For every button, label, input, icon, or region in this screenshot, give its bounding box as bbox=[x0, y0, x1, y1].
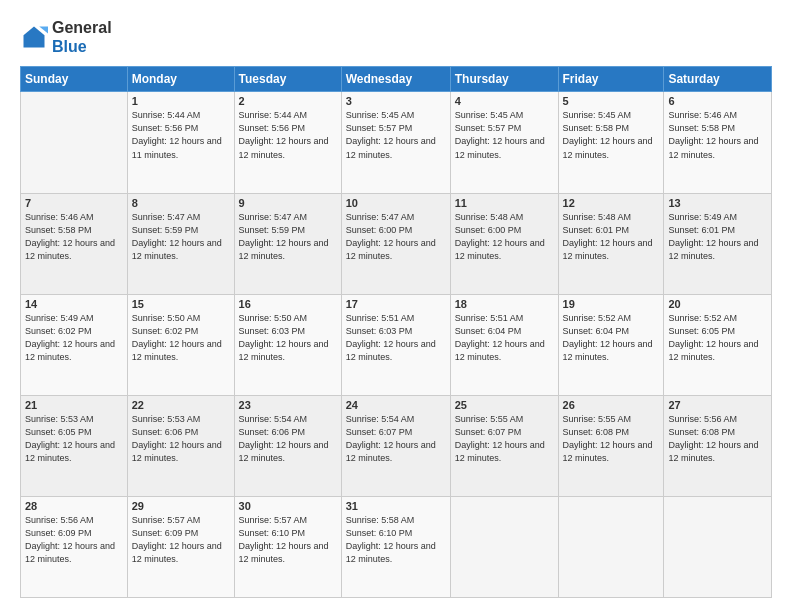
day-info: Sunrise: 5:54 AMSunset: 6:07 PMDaylight:… bbox=[346, 413, 446, 465]
calendar-cell: 18Sunrise: 5:51 AMSunset: 6:04 PMDayligh… bbox=[450, 294, 558, 395]
calendar-cell: 24Sunrise: 5:54 AMSunset: 6:07 PMDayligh… bbox=[341, 395, 450, 496]
day-number: 12 bbox=[563, 197, 660, 209]
calendar-cell: 26Sunrise: 5:55 AMSunset: 6:08 PMDayligh… bbox=[558, 395, 664, 496]
day-info: Sunrise: 5:49 AMSunset: 6:02 PMDaylight:… bbox=[25, 312, 123, 364]
calendar-cell: 15Sunrise: 5:50 AMSunset: 6:02 PMDayligh… bbox=[127, 294, 234, 395]
calendar-cell: 19Sunrise: 5:52 AMSunset: 6:04 PMDayligh… bbox=[558, 294, 664, 395]
calendar-cell: 22Sunrise: 5:53 AMSunset: 6:06 PMDayligh… bbox=[127, 395, 234, 496]
day-number: 4 bbox=[455, 95, 554, 107]
day-number: 18 bbox=[455, 298, 554, 310]
calendar-cell: 9Sunrise: 5:47 AMSunset: 5:59 PMDaylight… bbox=[234, 193, 341, 294]
day-info: Sunrise: 5:57 AMSunset: 6:09 PMDaylight:… bbox=[132, 514, 230, 566]
page: General Blue SundayMondayTuesdayWednesda… bbox=[0, 0, 792, 612]
header-cell-wednesday: Wednesday bbox=[341, 67, 450, 92]
day-number: 10 bbox=[346, 197, 446, 209]
calendar-cell bbox=[558, 496, 664, 597]
day-info: Sunrise: 5:55 AMSunset: 6:07 PMDaylight:… bbox=[455, 413, 554, 465]
day-info: Sunrise: 5:45 AMSunset: 5:58 PMDaylight:… bbox=[563, 109, 660, 161]
header-cell-monday: Monday bbox=[127, 67, 234, 92]
day-number: 7 bbox=[25, 197, 123, 209]
day-number: 31 bbox=[346, 500, 446, 512]
calendar-cell: 28Sunrise: 5:56 AMSunset: 6:09 PMDayligh… bbox=[21, 496, 128, 597]
day-number: 27 bbox=[668, 399, 767, 411]
calendar-cell: 6Sunrise: 5:46 AMSunset: 5:58 PMDaylight… bbox=[664, 92, 772, 193]
week-row-1: 7Sunrise: 5:46 AMSunset: 5:58 PMDaylight… bbox=[21, 193, 772, 294]
logo-text: General Blue bbox=[52, 18, 112, 56]
week-row-4: 28Sunrise: 5:56 AMSunset: 6:09 PMDayligh… bbox=[21, 496, 772, 597]
calendar-cell bbox=[21, 92, 128, 193]
day-info: Sunrise: 5:48 AMSunset: 6:00 PMDaylight:… bbox=[455, 211, 554, 263]
day-number: 23 bbox=[239, 399, 337, 411]
calendar-cell: 14Sunrise: 5:49 AMSunset: 6:02 PMDayligh… bbox=[21, 294, 128, 395]
calendar-header-row: SundayMondayTuesdayWednesdayThursdayFrid… bbox=[21, 67, 772, 92]
day-number: 24 bbox=[346, 399, 446, 411]
calendar-cell: 1Sunrise: 5:44 AMSunset: 5:56 PMDaylight… bbox=[127, 92, 234, 193]
day-number: 22 bbox=[132, 399, 230, 411]
header-cell-sunday: Sunday bbox=[21, 67, 128, 92]
day-info: Sunrise: 5:46 AMSunset: 5:58 PMDaylight:… bbox=[668, 109, 767, 161]
calendar-cell: 11Sunrise: 5:48 AMSunset: 6:00 PMDayligh… bbox=[450, 193, 558, 294]
calendar-cell: 4Sunrise: 5:45 AMSunset: 5:57 PMDaylight… bbox=[450, 92, 558, 193]
day-number: 16 bbox=[239, 298, 337, 310]
day-info: Sunrise: 5:52 AMSunset: 6:05 PMDaylight:… bbox=[668, 312, 767, 364]
header-cell-thursday: Thursday bbox=[450, 67, 558, 92]
day-info: Sunrise: 5:57 AMSunset: 6:10 PMDaylight:… bbox=[239, 514, 337, 566]
day-info: Sunrise: 5:58 AMSunset: 6:10 PMDaylight:… bbox=[346, 514, 446, 566]
calendar-cell: 2Sunrise: 5:44 AMSunset: 5:56 PMDaylight… bbox=[234, 92, 341, 193]
week-row-3: 21Sunrise: 5:53 AMSunset: 6:05 PMDayligh… bbox=[21, 395, 772, 496]
day-number: 2 bbox=[239, 95, 337, 107]
day-info: Sunrise: 5:48 AMSunset: 6:01 PMDaylight:… bbox=[563, 211, 660, 263]
day-info: Sunrise: 5:54 AMSunset: 6:06 PMDaylight:… bbox=[239, 413, 337, 465]
day-info: Sunrise: 5:55 AMSunset: 6:08 PMDaylight:… bbox=[563, 413, 660, 465]
calendar-cell: 7Sunrise: 5:46 AMSunset: 5:58 PMDaylight… bbox=[21, 193, 128, 294]
day-number: 21 bbox=[25, 399, 123, 411]
day-info: Sunrise: 5:53 AMSunset: 6:05 PMDaylight:… bbox=[25, 413, 123, 465]
week-row-2: 14Sunrise: 5:49 AMSunset: 6:02 PMDayligh… bbox=[21, 294, 772, 395]
day-info: Sunrise: 5:49 AMSunset: 6:01 PMDaylight:… bbox=[668, 211, 767, 263]
day-info: Sunrise: 5:47 AMSunset: 5:59 PMDaylight:… bbox=[239, 211, 337, 263]
day-info: Sunrise: 5:45 AMSunset: 5:57 PMDaylight:… bbox=[455, 109, 554, 161]
day-number: 11 bbox=[455, 197, 554, 209]
day-number: 19 bbox=[563, 298, 660, 310]
day-info: Sunrise: 5:52 AMSunset: 6:04 PMDaylight:… bbox=[563, 312, 660, 364]
calendar-cell: 31Sunrise: 5:58 AMSunset: 6:10 PMDayligh… bbox=[341, 496, 450, 597]
day-info: Sunrise: 5:56 AMSunset: 6:08 PMDaylight:… bbox=[668, 413, 767, 465]
day-info: Sunrise: 5:47 AMSunset: 5:59 PMDaylight:… bbox=[132, 211, 230, 263]
day-number: 26 bbox=[563, 399, 660, 411]
day-info: Sunrise: 5:56 AMSunset: 6:09 PMDaylight:… bbox=[25, 514, 123, 566]
day-info: Sunrise: 5:45 AMSunset: 5:57 PMDaylight:… bbox=[346, 109, 446, 161]
calendar-cell: 21Sunrise: 5:53 AMSunset: 6:05 PMDayligh… bbox=[21, 395, 128, 496]
calendar-cell: 27Sunrise: 5:56 AMSunset: 6:08 PMDayligh… bbox=[664, 395, 772, 496]
day-number: 20 bbox=[668, 298, 767, 310]
svg-marker-0 bbox=[24, 27, 45, 48]
day-number: 13 bbox=[668, 197, 767, 209]
day-number: 9 bbox=[239, 197, 337, 209]
calendar-cell: 23Sunrise: 5:54 AMSunset: 6:06 PMDayligh… bbox=[234, 395, 341, 496]
calendar-cell: 29Sunrise: 5:57 AMSunset: 6:09 PMDayligh… bbox=[127, 496, 234, 597]
header: General Blue bbox=[20, 18, 772, 56]
week-row-0: 1Sunrise: 5:44 AMSunset: 5:56 PMDaylight… bbox=[21, 92, 772, 193]
calendar-cell: 13Sunrise: 5:49 AMSunset: 6:01 PMDayligh… bbox=[664, 193, 772, 294]
day-info: Sunrise: 5:46 AMSunset: 5:58 PMDaylight:… bbox=[25, 211, 123, 263]
day-number: 25 bbox=[455, 399, 554, 411]
day-number: 5 bbox=[563, 95, 660, 107]
calendar-cell bbox=[664, 496, 772, 597]
day-info: Sunrise: 5:44 AMSunset: 5:56 PMDaylight:… bbox=[239, 109, 337, 161]
day-info: Sunrise: 5:51 AMSunset: 6:03 PMDaylight:… bbox=[346, 312, 446, 364]
day-info: Sunrise: 5:50 AMSunset: 6:02 PMDaylight:… bbox=[132, 312, 230, 364]
calendar-cell: 30Sunrise: 5:57 AMSunset: 6:10 PMDayligh… bbox=[234, 496, 341, 597]
logo: General Blue bbox=[20, 18, 112, 56]
header-cell-saturday: Saturday bbox=[664, 67, 772, 92]
day-number: 15 bbox=[132, 298, 230, 310]
calendar-cell: 5Sunrise: 5:45 AMSunset: 5:58 PMDaylight… bbox=[558, 92, 664, 193]
day-number: 14 bbox=[25, 298, 123, 310]
header-cell-friday: Friday bbox=[558, 67, 664, 92]
calendar-cell bbox=[450, 496, 558, 597]
day-number: 1 bbox=[132, 95, 230, 107]
calendar-cell: 16Sunrise: 5:50 AMSunset: 6:03 PMDayligh… bbox=[234, 294, 341, 395]
header-cell-tuesday: Tuesday bbox=[234, 67, 341, 92]
day-info: Sunrise: 5:50 AMSunset: 6:03 PMDaylight:… bbox=[239, 312, 337, 364]
day-number: 28 bbox=[25, 500, 123, 512]
day-number: 17 bbox=[346, 298, 446, 310]
calendar-cell: 25Sunrise: 5:55 AMSunset: 6:07 PMDayligh… bbox=[450, 395, 558, 496]
